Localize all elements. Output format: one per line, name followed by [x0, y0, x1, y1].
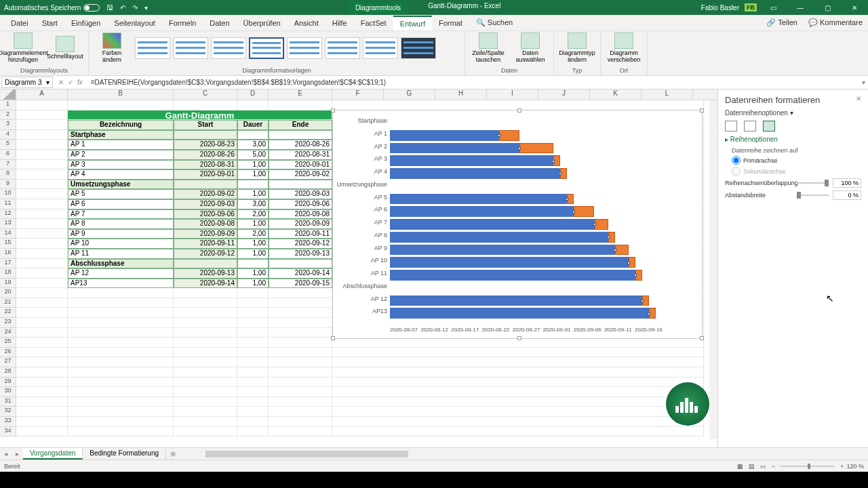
chart-bar-start[interactable] [390, 245, 615, 256]
row-header[interactable]: 8 [0, 169, 16, 180]
cell[interactable] [174, 100, 237, 110]
fill-line-icon[interactable] [725, 121, 737, 131]
cell[interactable] [269, 328, 332, 338]
change-chart-type-button[interactable]: Diagrammtyp ändern [558, 33, 596, 64]
cell[interactable] [68, 367, 174, 378]
cell[interactable] [68, 397, 174, 407]
cell[interactable]: AP 3 [68, 160, 174, 170]
cell[interactable]: 2020-09-13 [174, 268, 237, 279]
cell[interactable] [16, 120, 68, 130]
row-header[interactable]: 12 [0, 209, 16, 220]
cell[interactable]: 2020-09-09 [269, 219, 332, 229]
zoom-in-icon[interactable]: + [837, 463, 846, 470]
cell[interactable] [68, 378, 174, 388]
cell[interactable]: Gantt-Diagramm [68, 110, 332, 121]
cell[interactable]: 2020-09-01 [174, 169, 237, 180]
row-header[interactable]: 23 [0, 318, 16, 328]
cell[interactable] [269, 338, 332, 348]
move-chart-button[interactable]: Diagramm verschieben [605, 33, 643, 64]
cell[interactable] [16, 417, 68, 427]
cell[interactable] [269, 308, 332, 318]
row-header[interactable]: 4 [0, 130, 16, 140]
zoom-level[interactable]: 120 % [846, 463, 864, 470]
sheet-tab[interactable]: Vorgangsdaten [23, 448, 83, 460]
cell[interactable]: Bezeichnung [68, 120, 174, 130]
cell[interactable] [269, 298, 332, 308]
chart-category-label[interactable]: AP13 [336, 308, 387, 314]
cell[interactable] [174, 407, 237, 417]
sheet-nav-next-icon[interactable]: ▸ [12, 450, 23, 458]
cell[interactable] [237, 259, 269, 269]
row-header[interactable]: 14 [0, 229, 16, 239]
cell[interactable]: AP 7 [68, 209, 174, 220]
cell[interactable] [237, 298, 269, 308]
row-header[interactable]: 3 [0, 120, 16, 130]
cell[interactable] [16, 397, 68, 407]
cell[interactable]: 2020-09-11 [174, 239, 237, 249]
cell[interactable] [16, 180, 68, 190]
row-header[interactable]: 6 [0, 150, 16, 160]
vertical-scrollbar[interactable] [709, 100, 717, 439]
cell[interactable]: 2020-09-11 [269, 229, 332, 239]
cell[interactable] [16, 229, 68, 239]
chart-category-label[interactable]: AP 1 [336, 130, 387, 137]
cell[interactable] [332, 348, 704, 358]
chart-category-label[interactable]: AP 8 [336, 232, 387, 239]
cell[interactable] [332, 387, 704, 397]
cell[interactable] [174, 387, 237, 397]
cell[interactable]: 2020-09-02 [269, 169, 332, 180]
cell[interactable] [68, 417, 174, 427]
cell[interactable] [16, 140, 68, 150]
cell[interactable] [237, 417, 269, 427]
cell[interactable]: 1,00 [237, 239, 269, 249]
cell[interactable] [16, 150, 68, 160]
user-name[interactable]: Fabio Basler [701, 4, 739, 12]
chart-plot-area[interactable] [390, 116, 663, 319]
view-normal-icon[interactable]: ▦ [734, 463, 746, 470]
cell[interactable] [269, 100, 332, 110]
name-box[interactable]: Diagramm 3▾ [1, 77, 53, 88]
cell[interactable]: 2020-08-31 [269, 150, 332, 160]
chart-bar-duration[interactable] [574, 206, 594, 217]
cell[interactable] [174, 417, 237, 427]
new-sheet-icon[interactable]: ⊕ [166, 450, 180, 458]
cell[interactable] [174, 348, 237, 358]
tab-datei[interactable]: Datei [4, 16, 35, 30]
cell[interactable] [174, 378, 237, 388]
cell[interactable] [16, 199, 68, 209]
cell[interactable] [237, 180, 269, 190]
minimize-icon[interactable]: — [789, 4, 811, 12]
comments-button[interactable]: 💬 Kommentare [803, 16, 868, 30]
chart-bar-start[interactable] [390, 232, 608, 243]
cell[interactable]: Umsetzungsphase [68, 180, 174, 190]
row-header[interactable]: 31 [0, 397, 16, 407]
view-page-break-icon[interactable]: ▭ [757, 463, 769, 470]
tab-formeln[interactable]: Formeln [162, 16, 203, 30]
cell[interactable] [16, 357, 68, 367]
cancel-formula-icon[interactable]: ✕ [58, 79, 64, 86]
cell[interactable]: 2020-09-03 [174, 199, 237, 209]
view-page-layout-icon[interactable]: ▤ [746, 463, 757, 470]
cell[interactable] [332, 427, 704, 437]
cell[interactable]: 1,00 [237, 160, 269, 170]
tab-hilfe[interactable]: Hilfe [326, 16, 354, 30]
chart-bar-start[interactable] [390, 257, 629, 268]
cell[interactable]: AP 6 [68, 199, 174, 209]
cell[interactable]: Dauer [237, 120, 269, 130]
chart-bar-start[interactable] [390, 270, 635, 281]
row-header[interactable]: 29 [0, 378, 16, 388]
cell[interactable] [174, 318, 237, 328]
effects-icon[interactable] [744, 121, 756, 131]
cell[interactable] [174, 180, 237, 190]
cell[interactable]: 2020-08-26 [269, 140, 332, 150]
tab-start[interactable]: Start [35, 16, 64, 30]
column-header[interactable]: K [590, 89, 642, 100]
cell[interactable] [237, 427, 269, 437]
spreadsheet-grid[interactable]: ABCDEFGHIJKL 12Gantt-Diagramm3Bezeichnun… [0, 89, 717, 447]
zoom-out-icon[interactable]: − [769, 463, 778, 470]
cell[interactable]: AP 5 [68, 189, 174, 199]
cell[interactable]: 2020-09-15 [269, 279, 332, 289]
column-header[interactable]: B [68, 89, 174, 100]
cell[interactable]: 3,00 [237, 199, 269, 209]
cell[interactable] [269, 318, 332, 328]
